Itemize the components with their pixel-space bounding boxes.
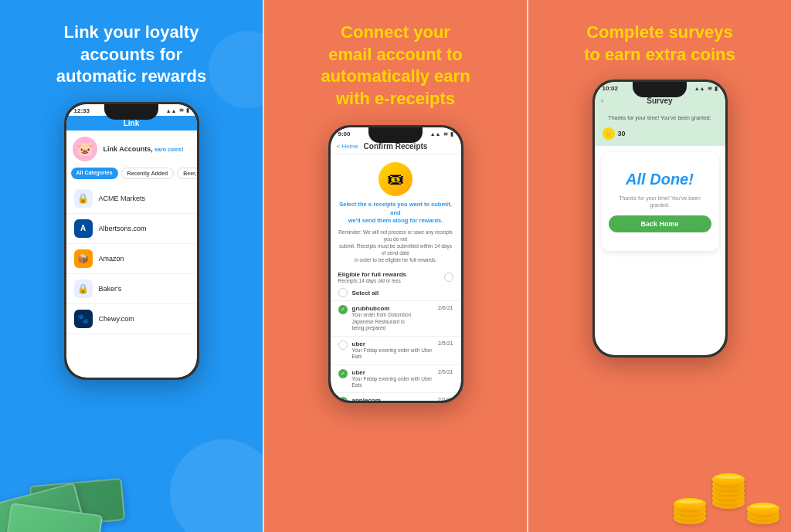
- store-item-amazon[interactable]: 📦 Amazon: [66, 244, 197, 274]
- survey-back-button[interactable]: <: [601, 97, 605, 104]
- receipt-uber-2[interactable]: ✓ uber Your Friday evening order with Ub…: [331, 365, 461, 394]
- granted-info-text: Thanks for your time! You've been grante…: [609, 195, 711, 210]
- panel-loyalty: Link your loyalty accounts for automatic…: [0, 0, 263, 532]
- uber1-checkbox[interactable]: [338, 341, 348, 350]
- receipt-apple[interactable]: ✓ applecom Your receipt from Apple. 2/2/…: [331, 393, 461, 401]
- coin-stack-2: [712, 481, 745, 509]
- coin-3-3: [747, 503, 779, 515]
- uber2-checkbox[interactable]: ✓: [338, 369, 348, 378]
- time-display-3: 10:02: [603, 85, 618, 92]
- select-all-row[interactable]: Select all: [331, 285, 461, 301]
- panel-email: Connect your email account to automatica…: [264, 0, 527, 532]
- status-icons-3: ▲▲ ≋ ▮: [694, 86, 718, 92]
- eligible-sub: Receipts 14 days old or less: [338, 278, 406, 283]
- phone-screen-3: 10:02 ▲▲ ≋ ▮ < Survey Thanks for your ti…: [595, 82, 725, 355]
- receipt-grubhub[interactable]: ✓ grubhubcom Your order from Dotombori J…: [331, 301, 461, 336]
- panel-3-title: Complete surveys to earn extra coins: [584, 22, 735, 66]
- uber2-date: 2/5/21: [438, 369, 453, 374]
- grubhub-checkbox[interactable]: ✓: [338, 305, 348, 314]
- all-done-container: Thanks for your time! You've been grante…: [595, 108, 725, 146]
- status-icons-2: ▲▲ ≋ ▮: [430, 131, 453, 137]
- phone-notch-2: [368, 127, 423, 143]
- category-pills: All Categories Recently Added Beer, Wi: [66, 164, 197, 182]
- wifi-icon-2: ≋: [443, 131, 448, 137]
- store-name-bakers: Baker's: [99, 285, 122, 293]
- eligible-header: Eligible for full rewards Receipts 14 da…: [331, 266, 461, 285]
- phone-screen-2: 9:00 ▲▲ ≋ ▮ < Home Confirm Receipts 🎟 Se…: [331, 127, 461, 401]
- store-item-acme[interactable]: 🔒 ACME Markets: [66, 184, 197, 214]
- uber2-desc: Your Friday evening order with Uber Eats: [352, 376, 434, 389]
- receipt-uber-1[interactable]: uber Your Friday evening order with Uber…: [331, 337, 461, 365]
- all-done-title: All Done!: [609, 171, 711, 188]
- coins-granted-row: 🪙 30: [603, 127, 718, 140]
- store-icon-bakers: 🔒: [74, 280, 93, 298]
- receipt-icon-area: 🎟: [331, 154, 461, 201]
- phone-notch-3: [633, 82, 687, 97]
- uber1-desc: Your Friday evening order with Uber Eats: [352, 347, 434, 361]
- store-icon-acme: 🔒: [74, 189, 93, 208]
- store-item-bakers[interactable]: 🔒 Baker's: [66, 274, 197, 304]
- grubhub-date: 2/6/21: [438, 305, 453, 310]
- bg-shape-1: [170, 439, 263, 532]
- eligible-label: Eligible for full rewards: [338, 271, 406, 278]
- pig-icon: 🐷: [73, 137, 97, 161]
- phone-mockup-1: 12:33 ▲▲ ≋ ▮ Link 🐷 Link Accounts, earn …: [64, 102, 199, 380]
- survey-nav-title: Survey: [647, 97, 672, 105]
- uber2-info: uber Your Friday evening order with Uber…: [352, 369, 434, 389]
- uber1-info: uber Your Friday evening order with Uber…: [352, 341, 434, 361]
- pill-beer-wine[interactable]: Beer, Wi: [177, 168, 196, 179]
- eligible-checkbox[interactable]: [444, 273, 453, 282]
- link-account-text-group: Link Accounts, earn coins!: [104, 145, 184, 153]
- link-header-text: Link Accounts, earn coins!: [104, 145, 184, 153]
- time-display-1: 12:33: [74, 107, 90, 114]
- panel-1-title: Link your loyalty accounts for automatic…: [56, 22, 206, 88]
- phone-mockup-3: 10:02 ▲▲ ≋ ▮ < Survey Thanks for your ti…: [592, 80, 728, 357]
- store-icon-chewy: 🐾: [74, 310, 93, 328]
- grubhub-vendor: grubhubcom: [352, 305, 434, 312]
- panel-surveys: Complete surveys to earn extra coins: [528, 0, 791, 532]
- store-name-albertsons: Albertsons.com: [99, 225, 147, 232]
- signal-icon-2: ▲▲: [430, 131, 441, 137]
- grubhub-info: grubhubcom Your order from Dotombori Jap…: [352, 305, 434, 331]
- store-icon-albertsons: A: [74, 219, 93, 238]
- grubhub-desc: Your order from Dotombori Japanese Resta…: [352, 312, 434, 331]
- apple-date: 2/2/21: [438, 397, 453, 401]
- confirm-instruction: Select the e-receipts you want to submit…: [331, 201, 461, 225]
- pill-recently-added[interactable]: Recently Added: [121, 168, 175, 179]
- back-home-button[interactable]: Back Home: [609, 215, 711, 232]
- bg-shape-2: [209, 31, 263, 108]
- apple-checkbox[interactable]: ✓: [338, 397, 348, 401]
- coin-2-6: [712, 473, 745, 486]
- store-list: 🔒 ACME Markets A Albertsons.com 📦 Amazon…: [66, 182, 197, 336]
- store-item-albertsons[interactable]: A Albertsons.com: [66, 214, 197, 244]
- store-name-amazon: Amazon: [99, 255, 124, 263]
- link-accounts-header: 🐷 Link Accounts, earn coins!: [66, 130, 197, 164]
- nav-label-1: Link: [124, 119, 140, 127]
- store-item-chewy[interactable]: 🐾 Chewy.com: [66, 304, 197, 334]
- receipt-icon: 🎟: [379, 162, 412, 196]
- eligible-label-group: Eligible for full rewards Receipts 14 da…: [338, 271, 406, 283]
- apple-info: applecom Your receipt from Apple.: [352, 397, 434, 401]
- select-all-checkbox[interactable]: [338, 288, 348, 297]
- link-subtext: earn coins!: [154, 147, 183, 152]
- coin-1-4: [674, 498, 706, 510]
- select-all-text: Select all: [352, 290, 379, 296]
- panel-2-title: Connect your email account to automatica…: [321, 22, 470, 110]
- coin-stack-3: [747, 510, 779, 524]
- signal-icon-1: ▲▲: [166, 108, 177, 114]
- wifi-icon-1: ≋: [179, 107, 184, 114]
- battery-icon-1: ▮: [186, 107, 189, 114]
- phone-screen-1: 12:33 ▲▲ ≋ ▮ Link 🐷 Link Accounts, earn …: [66, 104, 197, 378]
- time-display-2: 9:00: [338, 130, 351, 137]
- battery-icon-2: ▮: [450, 131, 453, 137]
- coin-badge-display: 🪙: [603, 127, 615, 140]
- battery-icon-3: ▮: [715, 86, 718, 92]
- nav-confirm-title: Confirm Receipts: [364, 142, 428, 151]
- store-icon-amazon: 📦: [74, 249, 93, 268]
- pill-all-categories[interactable]: All Categories: [71, 168, 118, 179]
- coin-count-display: 30: [618, 130, 626, 137]
- uber2-vendor: uber: [352, 369, 434, 376]
- nav-back-button[interactable]: < Home: [337, 143, 358, 150]
- all-done-card: All Done! Thanks for your time! You've b…: [601, 152, 719, 252]
- phone-notch-1: [104, 104, 158, 120]
